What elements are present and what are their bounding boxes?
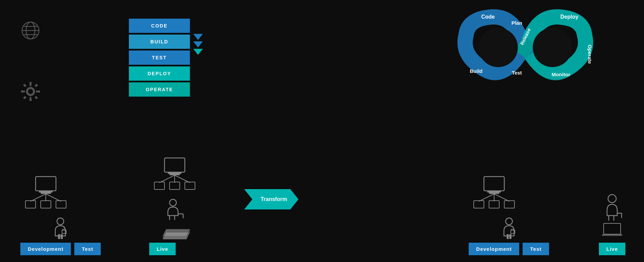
- svg-rect-69: [507, 234, 509, 239]
- svg-rect-77: [604, 223, 621, 234]
- svg-line-44: [159, 175, 175, 183]
- far-right-person-icon: [602, 194, 622, 241]
- mid-env-labels: Live: [149, 243, 200, 255]
- right-network-icon: [469, 175, 520, 216]
- svg-rect-38: [58, 234, 60, 239]
- svg-point-50: [170, 199, 176, 206]
- pipeline-stage-deploy: DEPLOY: [129, 66, 190, 81]
- svg-point-37: [57, 218, 64, 225]
- svg-rect-13: [35, 84, 38, 87]
- arrow-1: [193, 34, 203, 40]
- svg-rect-49: [185, 182, 195, 189]
- live-label-right: Live: [599, 243, 625, 255]
- svg-rect-59: [484, 177, 504, 191]
- svg-text:Plan: Plan: [511, 20, 522, 26]
- svg-line-31: [31, 194, 46, 201]
- devops-svg: Code Plan Release Deploy Operate Monitor…: [457, 2, 593, 93]
- pipeline-section: CODE BUILD TEST DEPLOY OPERATE: [129, 19, 190, 98]
- development-label: Development: [20, 243, 71, 255]
- right-person-icon: [501, 217, 518, 241]
- test-label: Test: [74, 243, 101, 255]
- right-env-group: Development Test: [469, 175, 549, 255]
- svg-marker-57: [163, 233, 190, 239]
- right-test-label: Test: [523, 243, 549, 255]
- svg-text:Monitor: Monitor: [552, 72, 570, 77]
- left-env-group: Development Test: [20, 175, 101, 255]
- svg-point-26: [479, 28, 518, 67]
- left-network-icon: [20, 175, 71, 216]
- svg-text:Code: Code: [481, 14, 495, 20]
- devops-infinity-diagram: Code Plan Release Deploy Operate Monitor…: [457, 2, 593, 93]
- svg-rect-35: [41, 201, 51, 208]
- svg-rect-9: [30, 98, 32, 101]
- pipeline-stage-code: CODE: [129, 19, 190, 33]
- right-env-labels: Development Test: [469, 243, 549, 255]
- svg-rect-67: [504, 201, 514, 208]
- svg-point-27: [533, 28, 572, 67]
- svg-rect-42: [168, 172, 181, 174]
- svg-rect-41: [164, 158, 185, 172]
- arrow-3: [193, 49, 203, 55]
- svg-text:Build: Build: [470, 68, 483, 74]
- svg-rect-65: [474, 201, 484, 208]
- svg-text:Test: Test: [512, 70, 522, 76]
- svg-rect-66: [489, 201, 499, 208]
- arrow-2: [193, 41, 203, 47]
- svg-line-46: [175, 175, 190, 183]
- svg-rect-11: [37, 90, 40, 93]
- svg-text:Operate: Operate: [587, 45, 593, 64]
- pipeline-stage-build: BUILD: [129, 35, 190, 49]
- svg-line-64: [494, 194, 509, 201]
- live-label-mid: Live: [149, 243, 176, 255]
- left-env-labels: Development Test: [20, 243, 101, 255]
- svg-line-62: [479, 194, 494, 201]
- svg-point-68: [506, 218, 512, 225]
- svg-rect-61: [489, 193, 499, 194]
- svg-rect-8: [30, 82, 32, 85]
- mid-network-icon: [149, 156, 200, 197]
- pipeline-arrows: [193, 34, 203, 55]
- left-person-icon: [52, 217, 69, 241]
- mid-person-icon: [164, 199, 185, 222]
- svg-rect-47: [154, 182, 164, 189]
- pipeline-stage-operate: OPERATE: [129, 82, 190, 97]
- svg-rect-70: [509, 234, 511, 239]
- svg-line-33: [46, 194, 61, 201]
- mid-env-group: Live: [149, 156, 200, 255]
- right-development-label: Development: [469, 243, 519, 255]
- svg-rect-34: [25, 201, 36, 208]
- pipeline-stage-test: TEST: [129, 51, 190, 65]
- svg-rect-78: [602, 234, 622, 236]
- svg-rect-15: [35, 96, 38, 99]
- svg-point-72: [608, 195, 616, 203]
- transform-chevron: Transform: [244, 189, 298, 209]
- svg-rect-36: [56, 201, 66, 208]
- far-right-env-labels: Live: [599, 243, 625, 255]
- svg-rect-12: [23, 84, 26, 87]
- svg-rect-48: [170, 182, 180, 189]
- svg-text:Deploy: Deploy: [560, 14, 578, 20]
- globe-icon: [20, 20, 41, 41]
- svg-rect-39: [61, 234, 63, 239]
- svg-rect-14: [23, 96, 26, 99]
- gear-icon: [20, 81, 41, 102]
- svg-point-5: [27, 88, 34, 95]
- svg-rect-29: [39, 191, 53, 193]
- far-right-env-group: Live: [599, 194, 625, 255]
- svg-rect-43: [170, 174, 180, 175]
- svg-rect-60: [487, 191, 501, 193]
- left-icons: [20, 20, 41, 102]
- svg-rect-30: [41, 193, 51, 194]
- brick-icon: [159, 224, 190, 241]
- svg-rect-28: [36, 177, 56, 191]
- svg-rect-10: [21, 90, 24, 93]
- transform-arrow: Transform: [244, 189, 298, 209]
- svg-point-7: [28, 89, 33, 94]
